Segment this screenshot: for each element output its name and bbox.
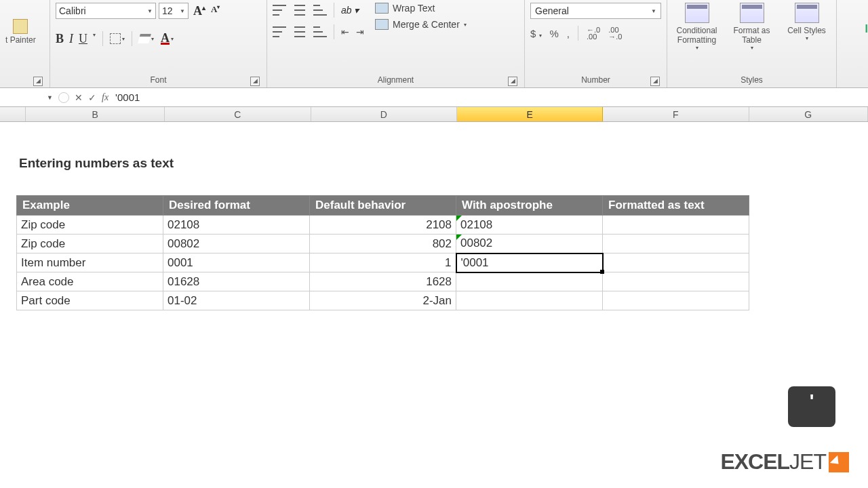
- merge-center-button[interactable]: Merge & Center ▾: [375, 19, 467, 30]
- column-header-F[interactable]: F: [603, 107, 749, 121]
- conditional-formatting-label: Conditional Formatting: [673, 26, 721, 45]
- worksheet[interactable]: Entering numbers as text ExampleDesired …: [0, 122, 868, 310]
- column-header-C[interactable]: C: [165, 107, 311, 121]
- cell[interactable]: Zip code: [17, 216, 163, 235]
- cell[interactable]: 00802: [163, 235, 310, 253]
- dialog-launcher-icon[interactable]: ◢: [250, 77, 260, 86]
- cell[interactable]: 02108: [163, 216, 310, 235]
- cell[interactable]: 802: [310, 235, 456, 253]
- merge-label: Merge & Center: [393, 19, 460, 30]
- page-title: Entering numbers as text: [19, 156, 868, 171]
- conditional-formatting-button[interactable]: Conditional Formatting ▾: [673, 3, 721, 51]
- column-header-corner[interactable]: [0, 107, 26, 121]
- cell[interactable]: 1628: [310, 272, 456, 291]
- font-size-select[interactable]: 12 ▼: [159, 3, 189, 19]
- currency-button[interactable]: $ ▾: [530, 28, 542, 39]
- fx-button[interactable]: fx: [102, 92, 108, 103]
- dialog-launcher-icon[interactable]: ◢: [33, 77, 43, 86]
- font-name-value: Calibri: [59, 5, 86, 16]
- cell[interactable]: 01-02: [163, 291, 310, 310]
- increase-indent-button[interactable]: ⇥: [356, 26, 364, 37]
- align-left-button[interactable]: [273, 26, 286, 37]
- align-right-button[interactable]: [313, 26, 327, 37]
- cell[interactable]: 0001: [163, 253, 310, 272]
- column-header-E[interactable]: E: [457, 107, 603, 121]
- underline-button[interactable]: U: [79, 32, 87, 46]
- column-header-G[interactable]: G: [749, 107, 868, 121]
- wrap-text-icon: [375, 3, 389, 14]
- cell[interactable]: 2-Jan: [310, 291, 456, 310]
- formula-input[interactable]: '0001: [111, 92, 868, 103]
- decrease-font-button[interactable]: A▾: [209, 4, 222, 18]
- cell[interactable]: [603, 272, 749, 291]
- font-name-select[interactable]: Calibri ▼: [56, 3, 156, 19]
- cell[interactable]: [603, 216, 749, 235]
- cell[interactable]: 02108: [456, 216, 603, 235]
- increase-decimal-button[interactable]: ←.0.00: [587, 26, 600, 40]
- clipboard-group: t Painter ◢: [0, 0, 50, 87]
- cell[interactable]: 1: [310, 253, 456, 272]
- name-box[interactable]: ▼: [3, 90, 56, 105]
- cell[interactable]: [456, 272, 603, 291]
- enter-button[interactable]: ✓: [88, 92, 96, 103]
- separator: [578, 26, 578, 41]
- cell[interactable]: '0001: [456, 253, 603, 272]
- cell[interactable]: Zip code: [17, 235, 163, 253]
- cell[interactable]: Item number: [17, 253, 163, 272]
- paintbrush-icon: [13, 19, 28, 34]
- data-table: ExampleDesired formatDefault behaviorWit…: [16, 195, 749, 310]
- align-bottom-button[interactable]: [313, 5, 327, 16]
- decrease-decimal-button[interactable]: .00→.0: [608, 26, 622, 40]
- comma-button[interactable]: ,: [567, 28, 570, 39]
- cell[interactable]: Area code: [17, 272, 163, 291]
- separator: [334, 24, 334, 39]
- format-as-table-button[interactable]: Format as Table ▾: [728, 3, 776, 51]
- font-group-label: Font ◢: [56, 74, 261, 87]
- table-row: Zip code02108210802108: [17, 216, 749, 235]
- alignment-group: ab ▾ ⇤ ⇥ Wrap Text Merge &: [267, 0, 525, 87]
- ribbon: t Painter ◢ Calibri ▼ 12 ▼ A▴ A▾: [0, 0, 868, 88]
- number-format-select[interactable]: General ▼: [530, 3, 661, 19]
- chevron-down-icon[interactable]: ▾: [93, 32, 96, 46]
- column-headers: BCDEFG: [0, 107, 868, 122]
- styles-group: Conditional Formatting ▾ Format as Table…: [667, 0, 837, 87]
- column-header-B[interactable]: B: [26, 107, 165, 121]
- cell[interactable]: [603, 253, 749, 272]
- dialog-launcher-icon[interactable]: ◢: [650, 77, 660, 86]
- decrease-indent-button[interactable]: ⇤: [341, 26, 349, 37]
- cell[interactable]: [456, 291, 603, 310]
- italic-button[interactable]: I: [69, 32, 73, 46]
- bucket-icon: [138, 34, 151, 43]
- number-group: General ▼ $ ▾ % , ←.0.00 .00→.0 Number ◢: [525, 0, 667, 87]
- fill-color-button[interactable]: ▾: [139, 34, 154, 43]
- orientation-button[interactable]: ab ▾: [341, 5, 359, 16]
- table-row: Item number00011'0001: [17, 253, 749, 272]
- borders-button[interactable]: ▾: [110, 33, 125, 44]
- format-table-label: Format as Table: [728, 26, 776, 45]
- cell[interactable]: [603, 235, 749, 253]
- column-header-D[interactable]: D: [311, 107, 457, 121]
- dialog-launcher-icon[interactable]: ◢: [508, 77, 517, 86]
- cell[interactable]: 01628: [163, 272, 310, 291]
- font-color-button[interactable]: A▾: [161, 33, 174, 45]
- font-color-icon: A: [161, 33, 170, 45]
- format-painter-button[interactable]: t Painter: [5, 3, 36, 45]
- align-center-button[interactable]: [293, 26, 307, 37]
- percent-button[interactable]: %: [550, 28, 559, 39]
- exceljet-logo: EXCELJET: [720, 449, 849, 474]
- wrap-text-button[interactable]: Wrap Text: [375, 3, 467, 14]
- cell[interactable]: 2108: [310, 216, 456, 235]
- chevron-down-icon: ▼: [47, 94, 53, 101]
- increase-font-button[interactable]: A▴: [191, 4, 208, 18]
- bold-button[interactable]: B: [56, 32, 64, 46]
- cancel-button[interactable]: ✕: [75, 92, 83, 103]
- cell[interactable]: Part code: [17, 291, 163, 310]
- align-top-button[interactable]: [273, 5, 286, 16]
- cell-styles-button[interactable]: Cell Styles ▾: [783, 3, 831, 41]
- align-middle-button[interactable]: [293, 5, 307, 16]
- chevron-down-icon: ▼: [147, 8, 153, 14]
- table-header: Default behavior: [310, 196, 456, 216]
- wrap-text-label: Wrap Text: [393, 3, 435, 14]
- cell[interactable]: 00802: [456, 235, 603, 253]
- cell[interactable]: [603, 291, 749, 310]
